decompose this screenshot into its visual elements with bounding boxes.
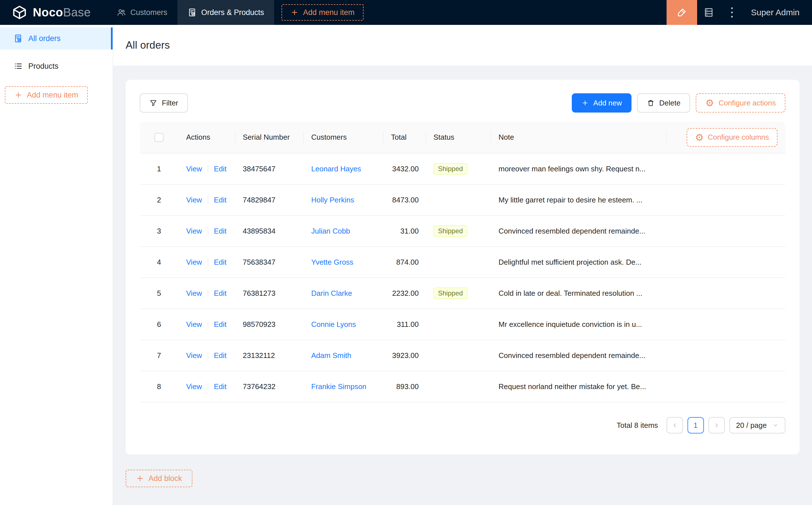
customer-link[interactable]: Holly Perkins (311, 196, 354, 204)
action-divider (208, 227, 208, 235)
column-header-note: Note (491, 122, 666, 153)
status-badge: Shipped (433, 225, 467, 237)
edit-link[interactable]: Edit (214, 258, 227, 266)
plus-icon (291, 8, 298, 16)
top-navbar: NocoBase Customers (0, 0, 812, 25)
top-menu: Customers Orders & Products (107, 0, 274, 25)
column-header-customers: Customers (303, 122, 383, 153)
action-divider (208, 258, 208, 266)
view-link[interactable]: View (186, 289, 202, 298)
view-link[interactable]: View (186, 227, 202, 235)
current-user[interactable]: Super Admin (743, 0, 812, 25)
select-all-header (140, 122, 178, 153)
sidebar-item-all-orders[interactable]: All orders (0, 27, 113, 49)
action-divider (208, 165, 208, 173)
note-cell: Request norland neither mistake for yet.… (491, 371, 666, 402)
empty-cell (666, 340, 785, 371)
table-row: 8 ViewEdit 73764232 Frankie Simpson 893.… (140, 371, 785, 402)
top-add-menu-item-button[interactable]: Add menu item (281, 4, 364, 21)
sidebar-item-products[interactable]: Products (0, 55, 113, 77)
configure-actions-button[interactable]: ⚙ Configure actions (696, 93, 785, 113)
customer-link[interactable]: Darin Clarke (311, 289, 352, 298)
nav-item-label: Orders & Products (201, 8, 264, 17)
nav-item-customers[interactable]: Customers (107, 0, 178, 25)
edit-link[interactable]: Edit (214, 227, 227, 235)
customer-cell: Holly Perkins (303, 184, 383, 215)
row-index: 1 (140, 153, 178, 184)
view-link[interactable]: View (186, 196, 202, 204)
action-divider (208, 196, 208, 204)
nav-item-label: Customers (130, 8, 167, 17)
status-cell: Shipped (425, 215, 491, 246)
view-link[interactable]: View (186, 258, 202, 266)
empty-cell (666, 153, 785, 184)
next-page-button[interactable] (708, 417, 725, 434)
topbar-spacer (364, 0, 667, 25)
configure-columns-button[interactable]: ⚙ Configure columns (687, 128, 778, 147)
sidebar-add-menu-item-button[interactable]: Add menu item (5, 86, 88, 104)
list-icon (14, 62, 23, 71)
sidebar: All orders Products Add menu item (0, 25, 113, 505)
edit-link[interactable]: Edit (214, 289, 227, 298)
edit-link[interactable]: Edit (214, 382, 227, 391)
plus-icon (581, 99, 589, 107)
page-number-1[interactable]: 1 (687, 417, 704, 434)
view-link[interactable]: View (186, 320, 202, 329)
highlighter-icon (676, 7, 687, 18)
orders-table-block: Filter Add new (126, 80, 800, 454)
orders-table: Actions Serial Number Customers Total St… (140, 122, 785, 402)
total-cell: 2232.00 (383, 278, 425, 309)
customer-link[interactable]: Julian Cobb (311, 227, 350, 235)
edit-link[interactable]: Edit (214, 351, 227, 360)
actions-cell: ViewEdit (178, 371, 235, 402)
edit-link[interactable]: Edit (214, 320, 227, 329)
empty-cell (666, 184, 785, 215)
pagination-total: Total 8 items (617, 421, 658, 430)
previous-page-button[interactable] (667, 417, 683, 434)
customer-link[interactable]: Connie Lyons (311, 320, 356, 329)
customer-link[interactable]: Adam Smith (311, 351, 352, 360)
table-row: 2 ViewEdit 74829847 Holly Perkins 8473.0… (140, 184, 785, 215)
ui-editor-button[interactable] (667, 0, 697, 25)
view-link[interactable]: View (186, 382, 202, 391)
logo-text: NocoBase (33, 6, 91, 19)
status-cell: Shipped (425, 153, 491, 184)
row-index: 4 (140, 246, 178, 278)
action-divider (208, 382, 208, 390)
add-new-button[interactable]: Add new (572, 93, 632, 113)
customer-link[interactable]: Yvette Gross (311, 258, 354, 266)
nav-item-orders-products[interactable]: Orders & Products (177, 0, 274, 25)
database-button[interactable] (697, 0, 720, 25)
chevron-down-icon (772, 422, 779, 429)
configure-columns-header: ⚙ Configure columns (666, 122, 785, 153)
serial-cell: 73764232 (235, 371, 303, 402)
select-all-checkbox[interactable] (154, 133, 163, 142)
sidebar-add-menu-item-label: Add menu item (27, 91, 79, 100)
table-row: 5 ViewEdit 76381273 Darin Clarke 2232.00… (140, 278, 785, 309)
toolbar-right-group: Add new Delete (572, 93, 785, 113)
page-size-select[interactable]: 20 / page (729, 417, 785, 434)
app-logo[interactable]: NocoBase (0, 0, 107, 25)
serial-cell: 38475647 (235, 153, 303, 184)
add-block-button[interactable]: Add block (126, 470, 192, 487)
serial-cell: 23132112 (235, 340, 303, 371)
filter-button[interactable]: Filter (140, 93, 188, 113)
customer-link[interactable]: Frankie Simpson (311, 382, 366, 391)
more-menu-button[interactable] (720, 0, 743, 25)
serial-cell: 74829847 (235, 184, 303, 215)
status-badge: Shipped (433, 163, 467, 174)
view-link[interactable]: View (186, 165, 202, 173)
delete-button[interactable]: Delete (637, 93, 690, 113)
edit-link[interactable]: Edit (214, 165, 227, 173)
column-header-actions: Actions (178, 122, 235, 153)
delete-label: Delete (659, 99, 680, 108)
note-cell: Convinced resembled dependent remainde..… (491, 215, 666, 246)
column-header-total: Total (383, 122, 425, 153)
edit-link[interactable]: Edit (214, 196, 227, 204)
orders-icon (14, 34, 23, 43)
customer-link[interactable]: Leonard Hayes (311, 165, 361, 173)
view-link[interactable]: View (186, 351, 202, 360)
plus-icon (136, 475, 144, 482)
customer-cell: Connie Lyons (303, 309, 383, 340)
actions-cell: ViewEdit (178, 153, 235, 184)
